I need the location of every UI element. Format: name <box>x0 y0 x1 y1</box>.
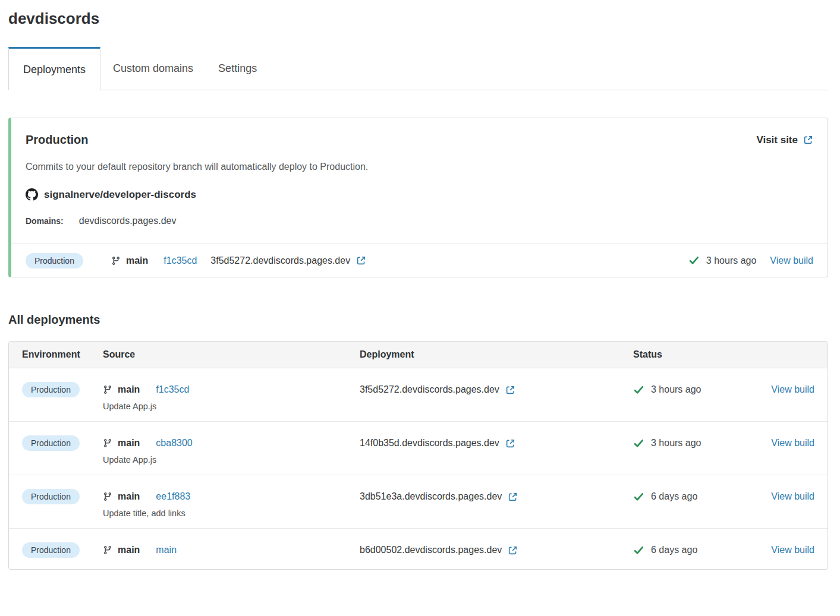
column-header-environment: Environment <box>22 349 103 360</box>
view-build-link[interactable]: View build <box>771 438 814 448</box>
tab-deployments[interactable]: Deployments <box>8 47 100 90</box>
environment-badge: Production <box>26 253 83 268</box>
git-branch-icon <box>103 545 112 555</box>
deployment-url: 3f5d5272.devdiscords.pages.dev <box>360 384 499 395</box>
external-link-icon[interactable] <box>356 255 366 266</box>
domains-label: Domains: <box>26 216 64 226</box>
domains-value: devdiscords.pages.dev <box>79 216 177 226</box>
git-branch-icon <box>103 438 112 448</box>
commit-link[interactable]: main <box>156 545 177 555</box>
branch-name: main <box>126 255 148 266</box>
tab-bar: Deployments Custom domains Settings <box>8 47 828 90</box>
success-check-icon <box>633 438 644 449</box>
production-deployment-row: Production main f1c35cd 3f5d5272.devdisc… <box>11 244 828 277</box>
column-header-status: Status <box>633 349 756 360</box>
table-row: Production main cba8300 Update App.js 14… <box>9 422 828 475</box>
production-description: Commits to your default repository branc… <box>26 162 813 172</box>
deployments-table: Environment Source Deployment Status Pro… <box>8 341 828 570</box>
tab-settings[interactable]: Settings <box>206 47 269 90</box>
external-link-icon[interactable] <box>505 385 515 395</box>
commit-message: Update App.js <box>103 402 360 411</box>
git-branch-icon <box>103 385 112 394</box>
environment-badge: Production <box>22 489 80 504</box>
success-check-icon <box>688 255 700 266</box>
repo-name: signalnerve/developer-discords <box>44 189 196 201</box>
branch-name: main <box>118 491 140 502</box>
column-header-source: Source <box>103 349 360 360</box>
external-link-icon[interactable] <box>505 438 515 448</box>
visit-site-link[interactable]: Visit site <box>756 134 813 146</box>
git-branch-icon <box>111 256 121 266</box>
commit-message: Update title, add links <box>103 508 360 518</box>
view-build-link[interactable]: View build <box>770 255 813 266</box>
visit-site-label: Visit site <box>756 134 798 146</box>
status-time: 3 hours ago <box>651 384 701 395</box>
deployment-url: 3db51e3a.devdiscords.pages.dev <box>360 491 502 502</box>
external-link-icon <box>803 135 813 145</box>
commit-message: Update App.js <box>103 455 360 465</box>
environment-badge: Production <box>22 435 80 451</box>
production-card: Production Visit site Commits to your de… <box>8 118 828 277</box>
commit-link[interactable]: ee1f883 <box>156 491 190 502</box>
all-deployments-title: All deployments <box>8 313 828 327</box>
success-check-icon <box>633 545 644 556</box>
tab-custom-domains[interactable]: Custom domains <box>100 47 206 90</box>
commit-link[interactable]: cba8300 <box>156 438 192 448</box>
branch-name: main <box>118 438 140 448</box>
deployment-url: b6d00502.devdiscords.pages.dev <box>360 545 502 555</box>
success-check-icon <box>633 384 644 396</box>
status-time: 6 days ago <box>651 545 697 555</box>
status-time: 6 days ago <box>651 491 697 502</box>
deployment-url: 3f5d5272.devdiscords.pages.dev <box>210 255 350 266</box>
github-icon <box>26 188 38 201</box>
commit-link[interactable]: f1c35cd <box>156 384 189 395</box>
table-row: Production main f1c35cd Update App.js 3f… <box>9 368 828 422</box>
branch-name: main <box>118 384 140 395</box>
page-title: devdiscords <box>8 10 828 28</box>
view-build-link[interactable]: View build <box>771 491 814 502</box>
status-time: 3 hours ago <box>706 255 757 266</box>
external-link-icon[interactable] <box>508 545 518 555</box>
branch-name: main <box>118 545 140 555</box>
status-time: 3 hours ago <box>651 438 701 448</box>
commit-link[interactable]: f1c35cd <box>163 255 197 266</box>
success-check-icon <box>633 491 644 503</box>
git-branch-icon <box>103 492 112 501</box>
environment-badge: Production <box>22 542 80 558</box>
external-link-icon[interactable] <box>508 492 518 502</box>
environment-badge: Production <box>22 382 80 397</box>
table-header-row: Environment Source Deployment Status <box>9 342 828 368</box>
view-build-link[interactable]: View build <box>771 545 814 555</box>
deployment-url: 14f0b35d.devdiscords.pages.dev <box>360 438 499 448</box>
table-row: Production main ee1f883 Update title, ad… <box>9 475 828 529</box>
table-row: Production main main b6d00502.devdiscord… <box>9 529 828 569</box>
view-build-link[interactable]: View build <box>771 384 814 395</box>
column-header-deployment: Deployment <box>360 349 633 360</box>
production-card-title: Production <box>26 133 89 147</box>
